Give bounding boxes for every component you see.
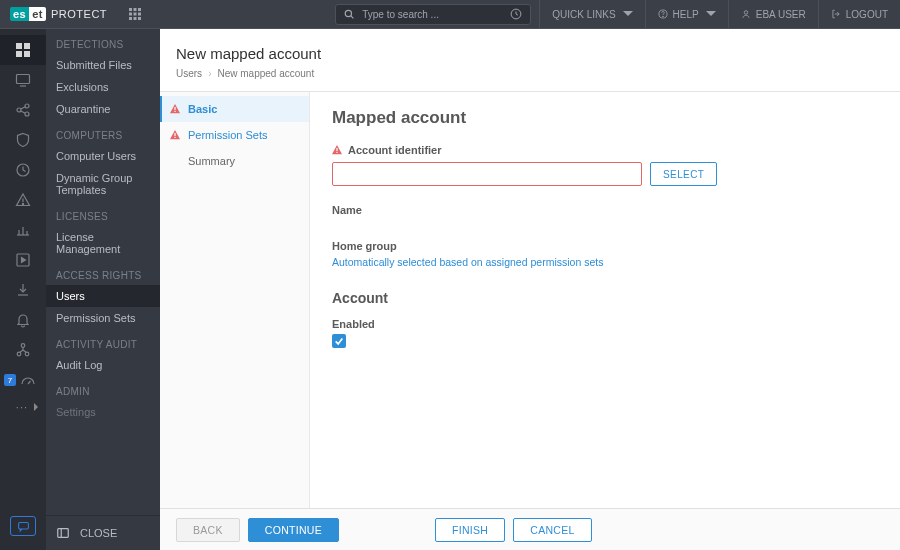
rail-alert[interactable]: [0, 185, 46, 215]
sidebar: DETECTIONS Submitted Files Exclusions Qu…: [46, 29, 160, 550]
sidebar-item-users[interactable]: Users: [46, 285, 160, 307]
rail-dashboard[interactable]: [0, 35, 46, 65]
svg-point-26: [21, 344, 25, 348]
sidebar-item-audit-log[interactable]: Audit Log: [46, 354, 160, 376]
step-summary[interactable]: Summary: [160, 148, 309, 174]
section-account: Account: [332, 290, 878, 306]
page-header: New mapped account Users › New mapped ac…: [160, 29, 900, 91]
sidebar-item-license-management[interactable]: License Management: [46, 226, 160, 260]
chevron-down-icon: [623, 9, 633, 19]
search-box[interactable]: [335, 4, 531, 25]
rail-package[interactable]: [0, 245, 46, 275]
computer-icon: [15, 72, 31, 88]
label-name: Name: [332, 204, 878, 216]
rail-expand[interactable]: ···: [0, 395, 46, 419]
svg-point-9: [346, 10, 352, 16]
nav-rail: 7 ···: [0, 29, 46, 550]
search-input[interactable]: [360, 8, 504, 21]
grid-icon: [129, 8, 141, 20]
clock-icon: [15, 162, 31, 178]
rail-clock[interactable]: [0, 155, 46, 185]
sidebar-group-computers: COMPUTERS: [46, 120, 160, 145]
svg-rect-6: [129, 17, 132, 20]
warning-icon: [332, 145, 342, 155]
quick-links-label: QUICK LINKS: [552, 9, 615, 20]
svg-rect-8: [138, 17, 141, 20]
sidebar-item-settings[interactable]: Settings: [46, 401, 160, 423]
rail-shield[interactable]: [0, 125, 46, 155]
download-icon: [15, 282, 31, 298]
svg-rect-33: [174, 133, 175, 136]
svg-rect-7: [134, 17, 137, 20]
sidebar-item-exclusions[interactable]: Exclusions: [46, 76, 160, 98]
svg-line-10: [351, 16, 354, 19]
svg-point-21: [25, 104, 29, 108]
svg-point-13: [662, 16, 663, 17]
warning-icon: [170, 104, 180, 114]
shield-icon: [15, 132, 31, 148]
svg-rect-34: [174, 137, 175, 138]
svg-point-22: [25, 112, 29, 116]
rail-status[interactable]: 7: [0, 365, 46, 395]
rail-computers[interactable]: [0, 65, 46, 95]
sidebar-group-activity-audit: ACTIVITY AUDIT: [46, 329, 160, 354]
back-button[interactable]: BACK: [176, 518, 240, 542]
sidebar-item-dynamic-group-templates[interactable]: Dynamic Group Templates: [46, 167, 160, 201]
sidebar-item-quarantine[interactable]: Quarantine: [46, 98, 160, 120]
label-home-group: Home group: [332, 240, 878, 252]
rail-network[interactable]: [0, 95, 46, 125]
svg-rect-4: [134, 13, 137, 16]
wizard-steps: Basic Permission Sets Summary: [160, 91, 310, 508]
label-enabled: Enabled: [332, 318, 878, 330]
rail-chat[interactable]: [10, 516, 36, 536]
svg-point-14: [744, 11, 748, 15]
wizard-form: Mapped account Account identifier SELECT…: [310, 91, 900, 508]
help-menu[interactable]: HELP: [645, 0, 728, 28]
user-icon: [741, 9, 751, 19]
history-icon[interactable]: [510, 8, 522, 20]
warning-icon: [170, 130, 180, 140]
sidebar-close[interactable]: CLOSE: [46, 515, 160, 550]
user-menu[interactable]: EBA USER: [728, 0, 818, 28]
quick-links-menu[interactable]: QUICK LINKS: [539, 0, 644, 28]
svg-rect-2: [138, 8, 141, 11]
search-icon: [344, 9, 354, 19]
svg-point-20: [17, 108, 21, 112]
step-permission-label: Permission Sets: [188, 129, 267, 141]
sidebar-item-computer-users[interactable]: Computer Users: [46, 145, 160, 167]
svg-rect-18: [24, 51, 30, 57]
dashboard-icon: [15, 42, 31, 58]
alert-icon: [15, 192, 31, 208]
gauge-icon: [20, 372, 36, 388]
continue-button[interactable]: CONTINUE: [248, 518, 339, 542]
page-title: New mapped account: [176, 45, 884, 62]
svg-rect-16: [24, 43, 30, 49]
rail-install[interactable]: [0, 275, 46, 305]
logout-button[interactable]: LOGOUT: [818, 0, 900, 28]
app-switcher[interactable]: [123, 2, 147, 26]
brand-logo: eset: [10, 7, 46, 21]
breadcrumb-parent[interactable]: Users: [176, 68, 202, 79]
rail-bell[interactable]: [0, 305, 46, 335]
sidebar-group-detections: DETECTIONS: [46, 29, 160, 54]
sidebar-item-permission-sets[interactable]: Permission Sets: [46, 307, 160, 329]
cancel-button[interactable]: CANCEL: [513, 518, 591, 542]
user-label: EBA USER: [756, 9, 806, 20]
svg-rect-0: [129, 8, 132, 11]
section-mapped-account: Mapped account: [332, 108, 878, 128]
share-icon: [15, 102, 31, 118]
select-account-button[interactable]: SELECT: [650, 162, 717, 186]
rail-flow[interactable]: [0, 335, 46, 365]
chevron-right-icon: ›: [208, 68, 211, 79]
enabled-checkbox[interactable]: [332, 334, 346, 348]
step-basic[interactable]: Basic: [160, 96, 309, 122]
finish-button[interactable]: FINISH: [435, 518, 505, 542]
sidebar-item-submitted-files[interactable]: Submitted Files: [46, 54, 160, 76]
home-group-hint[interactable]: Automatically selected based on assigned…: [332, 256, 603, 268]
rail-reports[interactable]: [0, 215, 46, 245]
breadcrumb-current: New mapped account: [217, 68, 314, 79]
help-label: HELP: [673, 9, 699, 20]
main: New mapped account Users › New mapped ac…: [160, 29, 900, 550]
account-identifier-input[interactable]: [332, 162, 642, 186]
step-permission-sets[interactable]: Permission Sets: [160, 122, 309, 148]
